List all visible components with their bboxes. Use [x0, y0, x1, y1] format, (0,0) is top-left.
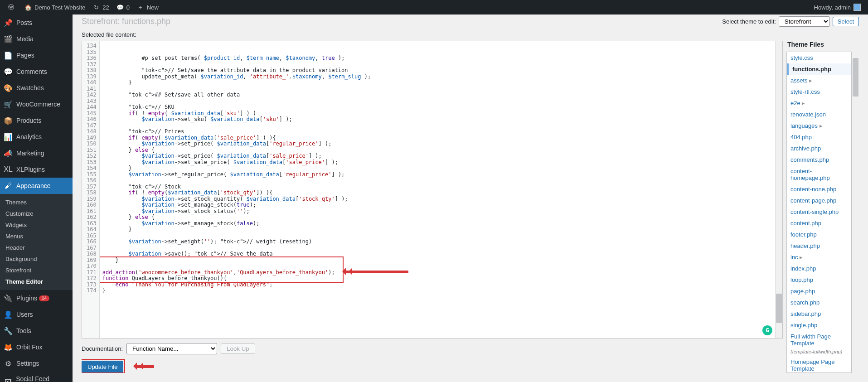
code-line[interactable]: $variation->set_weight(''); "tok-c">// w… [102, 239, 772, 245]
sidebar-item-woocommerce[interactable]: 🛒WooCommerce [0, 96, 73, 112]
theme-file-homepage-page-template[interactable]: Homepage Page Template [787, 356, 851, 373]
site-name[interactable]: 🏠Demo Test Website [21, 0, 89, 15]
theme-file-content-single-php[interactable]: content-single.php [787, 206, 851, 218]
theme-file-archive-php[interactable]: archive.php [787, 143, 851, 154]
sidebar-item-comments[interactable]: 💬Comments [0, 63, 73, 80]
code-line[interactable]: #p_set_post_terms( $product_id, $term_na… [102, 55, 772, 62]
code-line[interactable] [102, 245, 772, 251]
code-line[interactable]: } [102, 288, 772, 294]
theme-file-languages[interactable]: languages [787, 120, 851, 131]
code-line[interactable]: "tok-c">// Prices [102, 129, 772, 135]
comments[interactable]: 💬0 [113, 0, 133, 15]
theme-file-search-php[interactable]: search.php [787, 297, 851, 308]
code-line[interactable]: } [102, 257, 772, 264]
theme-file-functions-php[interactable]: functions.php [787, 63, 851, 75]
code-line[interactable] [102, 294, 772, 300]
theme-file-full-width-page-template[interactable]: Full width Page Template [787, 331, 851, 349]
code-line[interactable]: } [102, 165, 772, 172]
code-line[interactable]: $variation->set_regular_price( $variatio… [102, 172, 772, 178]
code-line[interactable]: "tok-c">// SKU [102, 104, 772, 111]
submenu-theme-editor[interactable]: Theme Editor [0, 276, 73, 287]
wp-logo[interactable]: ⓦ [4, 0, 21, 15]
sidebar-item-swatches[interactable]: 🎨Swatches [0, 80, 73, 96]
theme-file-assets[interactable]: assets [787, 75, 851, 86]
code-line[interactable] [102, 62, 772, 68]
theme-file-style-css[interactable]: style.css [787, 52, 851, 63]
new-content[interactable]: ＋New [133, 0, 162, 15]
code-line[interactable]: $variation->set_sale_price( $variation_d… [102, 160, 772, 166]
theme-file-loop-php[interactable]: loop.php [787, 274, 851, 285]
sidebar-item-social-feed-gallery[interactable]: 🖼Social Feed Gallery [0, 372, 73, 382]
submenu-header[interactable]: Header [0, 242, 73, 253]
theme-file-sidebar-php[interactable]: sidebar.php [787, 308, 851, 319]
sidebar-item-settings[interactable]: ⚙Settings [0, 355, 73, 372]
code-line[interactable] [102, 86, 772, 92]
code-line[interactable]: "tok-c">// Stock [102, 184, 772, 190]
theme-file-content-page-php[interactable]: content-page.php [787, 195, 851, 206]
code-line[interactable] [102, 300, 772, 306]
theme-file-content-none-php[interactable]: content-none.php [787, 184, 851, 195]
sidebar-item-xlplugins[interactable]: XLXLPlugins [0, 161, 73, 178]
grammarly-icon[interactable]: G [762, 325, 772, 335]
code-line[interactable]: "tok-c">// Set/save the attribute data i… [102, 68, 772, 74]
code-line[interactable]: $variation->set_sku( $variation_data['sk… [102, 116, 772, 123]
submenu-themes[interactable]: Themes [0, 197, 73, 208]
sidebar-item-users[interactable]: 👤Users [0, 306, 73, 323]
code-line[interactable]: } else { [102, 214, 772, 221]
code-line[interactable]: function QuadLayers_before_thankyou(){ [102, 276, 772, 282]
code-line[interactable]: } else { [102, 147, 772, 154]
sidebar-item-appearance[interactable]: 🖌Appearance [0, 178, 73, 194]
code-line[interactable] [102, 263, 772, 270]
code-line[interactable]: $variation->set_stock_status(''); [102, 208, 772, 215]
theme-file-content-homepage-php[interactable]: content-homepage.php [787, 165, 851, 184]
theme-file-e2e[interactable]: e2e [787, 97, 851, 109]
code-line[interactable]: } [102, 80, 772, 86]
code-line[interactable]: update_post_meta( $variation_id, 'attrib… [102, 74, 772, 80]
sidebar-item-products[interactable]: 📦Products [0, 112, 73, 129]
code-line[interactable]: $variation->set_price( $variation_data['… [102, 141, 772, 147]
sidebar-item-marketing[interactable]: 📣Marketing [0, 145, 73, 161]
code-line[interactable] [102, 233, 772, 239]
code-line[interactable]: $variation->save(); "tok-c">// Save the … [102, 251, 772, 257]
theme-file-footer-php[interactable]: footer.php [787, 229, 851, 240]
sidebar-item-analytics[interactable]: 📊Analytics [0, 129, 73, 145]
code-line[interactable]: } [102, 227, 772, 233]
theme-select[interactable]: Storefront [779, 16, 830, 27]
theme-file-style-rtl-css[interactable]: style-rtl.css [787, 86, 851, 97]
code-line[interactable]: "tok-c">## Set/save all other data [102, 92, 772, 98]
code-line[interactable]: if( ! empty( $variation_data['sku'] ) ) [102, 111, 772, 117]
my-account[interactable]: Howdy, admin [810, 0, 864, 15]
sidebar-item-posts[interactable]: 📌Posts [0, 15, 73, 31]
submenu-background[interactable]: Background [0, 253, 73, 265]
theme-file-404-php[interactable]: 404.php [787, 131, 851, 143]
code-line[interactable] [102, 123, 772, 129]
submenu-menus[interactable]: Menus [0, 231, 73, 242]
files-scrollbar[interactable] [852, 52, 859, 373]
sidebar-item-tools[interactable]: 🔧Tools [0, 323, 73, 339]
theme-file-inc[interactable]: inc [787, 251, 851, 263]
select-button[interactable]: Select [833, 17, 859, 26]
code-line[interactable]: $variation->set_price( $variation_data['… [102, 153, 772, 160]
code-area[interactable]: #p_set_post_terms( $product_id, $term_na… [100, 41, 775, 338]
code-line[interactable]: $variation->set_manage_stock(true); [102, 202, 772, 208]
code-line[interactable]: if( empty( $variation_data['sale_price']… [102, 135, 772, 141]
theme-file-index-php[interactable]: index.php [787, 263, 851, 274]
code-line[interactable]: $variation->set_stock_quantity( $variati… [102, 196, 772, 203]
code-line[interactable]: if( ! empty($variation_data['stock_qty']… [102, 190, 772, 196]
lookup-button[interactable]: Look Up [221, 343, 255, 354]
editor-scrollbar[interactable] [775, 41, 782, 338]
theme-file-renovate-json[interactable]: renovate.json [787, 109, 851, 120]
code-line[interactable]: $variation->set_manage_stock(false); [102, 221, 772, 227]
theme-file-page-php[interactable]: page.php [787, 285, 851, 297]
submenu-widgets[interactable]: Widgets [0, 219, 73, 231]
theme-file-comments-php[interactable]: comments.php [787, 154, 851, 165]
code-line[interactable]: add_action('woocommerce_before_thankyou'… [102, 270, 772, 276]
sidebar-item-pages[interactable]: 📄Pages [0, 47, 73, 63]
code-line[interactable]: echo "Thank You for Purchasing From Quad… [102, 282, 772, 288]
function-select[interactable]: Function Name... [126, 343, 217, 354]
updates[interactable]: ↻22 [89, 0, 112, 15]
theme-file-header-php[interactable]: header.php [787, 240, 851, 251]
sidebar-item-media[interactable]: 🎬Media [0, 31, 73, 47]
theme-file-content-php[interactable]: content.php [787, 218, 851, 229]
code-editor[interactable]: 1341351361371381391401411421431441451461… [82, 41, 783, 338]
